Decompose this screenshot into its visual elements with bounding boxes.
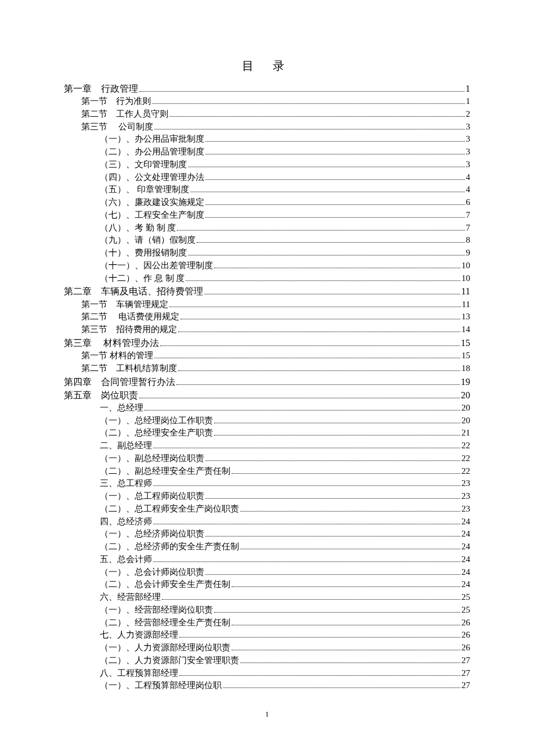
toc-entry-label: （一）、经营部经理岗位职责: [100, 604, 213, 617]
toc-entry-page: 26: [461, 617, 470, 629]
toc-entry-label: 七、人力资源部经理: [100, 629, 178, 642]
toc-leader-dots: [204, 287, 460, 295]
toc-leader-dots: [190, 185, 465, 192]
toc-entry: （一）、总会计师岗位职责24: [64, 566, 470, 579]
toc-entry-label: （二）、总经理安全生产职责: [100, 427, 213, 440]
toc-entry: （二）、总经济师的安全生产责任制24: [64, 541, 470, 553]
toc-entry-label: （二）、总工程师安全生产岗位职责: [100, 503, 239, 516]
toc-entry-label: 第三节 公司制度: [81, 121, 153, 134]
toc-entry-label: 四、总经济师: [100, 516, 152, 528]
toc-leader-dots: [139, 391, 460, 398]
toc-entry-page: 2: [466, 108, 471, 121]
toc-entry: 七、人力资源部经理26: [64, 629, 470, 642]
toc-entry-page: 23: [461, 477, 470, 490]
toc-leader-dots: [240, 505, 460, 512]
toc-entry-label: （一）、副总经理岗位职责: [100, 452, 204, 465]
toc-entry-page: 3: [466, 146, 471, 159]
toc-leader-dots: [179, 631, 460, 638]
toc-leader-dots: [205, 530, 460, 537]
toc-entry-page: 11: [461, 285, 470, 298]
toc-entry-page: 6: [466, 196, 471, 209]
toc-entry: （一）、人力资源部经理岗位职责26: [64, 642, 470, 654]
toc-entry-page: 7: [466, 209, 471, 222]
toc-leader-dots: [197, 236, 465, 243]
toc-entry: 第二节 工作人员守则2: [64, 108, 470, 121]
toc-entry-label: 第一节 行为准则: [81, 95, 151, 108]
toc-entry-label: （二）、人力资源部门安全管理职责: [100, 654, 239, 667]
toc-entry-label: （一）、总会计师岗位职责: [100, 566, 204, 579]
toc-entry: （十）、费用报销制度9: [64, 247, 470, 260]
toc-entry-page: 27: [461, 667, 470, 680]
toc-leader-dots: [205, 173, 465, 180]
toc-entry-page: 13: [461, 311, 470, 323]
toc-entry: 第一节 行为准则1: [64, 95, 470, 108]
toc-leader-dots: [205, 147, 465, 154]
toc-leader-dots: [186, 274, 460, 281]
toc-entry-label: （六）、廉政建设实施规定: [100, 196, 204, 209]
toc-leader-dots: [178, 325, 460, 332]
toc-entry: 第二节 工料机结算制度18: [64, 362, 470, 375]
toc-entry: 一、总经理20: [64, 402, 470, 415]
toc-leader-dots: [240, 656, 460, 663]
toc-entry: 第二节 电话费使用规定13: [64, 311, 470, 323]
toc-leader-dots: [152, 97, 465, 104]
toc-entry-label: （一）、办公用品审批制度: [100, 133, 204, 146]
toc-entry: 八、工程预算部经理27: [64, 667, 470, 680]
toc-entry: 六、经营部经理25: [64, 591, 470, 604]
toc-leader-dots: [154, 351, 460, 358]
toc-leader-dots: [169, 110, 465, 117]
toc-entry-label: 八、工程预算部经理: [100, 667, 178, 680]
toc-entry-page: 1: [466, 95, 471, 108]
toc-entry-page: 26: [461, 642, 470, 654]
toc-entry-label: （十一）、因公出差管理制度: [100, 260, 213, 272]
toc-entry-label: 第四章 合同管理暂行办法: [64, 375, 175, 388]
toc-entry-page: 24: [461, 528, 470, 541]
toc-entry: 第一节 车辆管理规定11: [64, 298, 470, 311]
toc-entry: （二）、人力资源部门安全管理职责27: [64, 654, 470, 667]
toc-entry-page: 20: [461, 415, 470, 427]
toc-entry-page: 23: [461, 503, 470, 516]
toc-entry-page: 3: [466, 159, 471, 171]
toc-leader-dots: [154, 123, 465, 129]
toc-entry-label: （十）、费用报销制度: [100, 247, 187, 260]
toc-entry: 二、副总经理22: [64, 440, 470, 452]
toc-leader-dots: [139, 84, 464, 92]
toc-leader-dots: [145, 404, 460, 411]
toc-entry-page: 27: [461, 679, 470, 692]
toc-entry-label: 五、总会计师: [100, 553, 152, 566]
toc-entry-label: 第三章 材料管理办法: [64, 336, 159, 350]
toc-entry-page: 22: [461, 440, 470, 452]
toc-entry: （七）、工程安全生产制度7: [64, 209, 470, 222]
toc-entry: 第四章 合同管理暂行办法19: [64, 375, 470, 388]
toc-entry: 第三节 公司制度3: [64, 121, 470, 134]
toc-leader-dots: [232, 580, 460, 587]
toc-entry-label: （二）、办公用品管理制度: [100, 146, 204, 159]
toc-leader-dots: [205, 492, 460, 499]
toc-entry-label: 二、副总经理: [100, 440, 152, 452]
toc-entry-label: （二）、副总经理安全生产责任制: [100, 465, 230, 478]
toc-entry: （四）、公文处理管理办法4: [64, 171, 470, 184]
toc-entry: 五、总会计师24: [64, 553, 470, 566]
toc-leader-dots: [232, 618, 460, 625]
toc-leader-dots: [176, 377, 460, 385]
toc-entry-label: （一）、总经理岗位工作职责: [100, 415, 213, 427]
toc-entry-page: 20: [461, 388, 470, 402]
toc-entry-page: 4: [466, 183, 471, 196]
toc-entry: （八）、考 勤 制 度7: [64, 222, 470, 235]
toc-entry: （二）、办公用品管理制度3: [64, 146, 470, 159]
toc-leader-dots: [188, 249, 465, 255]
toc-entry-label: （十二）、作 息 制 度: [100, 272, 185, 285]
toc-entry-page: 7: [466, 222, 471, 235]
toc-leader-dots: [214, 261, 460, 268]
toc-entry-page: 22: [461, 465, 470, 478]
toc-leader-dots: [205, 454, 460, 461]
toc-entry-label: （二）、总会计师安全生产责任制: [100, 578, 230, 591]
toc-leader-dots: [153, 441, 460, 448]
toc-entry: （二）、总工程师安全生产岗位职责23: [64, 503, 470, 516]
toc-entry-label: （一）、人力资源部经理岗位职责: [100, 642, 230, 654]
toc-entry-label: （一）、总经济师岗位职责: [100, 528, 204, 541]
toc-entry-page: 24: [461, 541, 470, 553]
toc-entry-page: 26: [461, 629, 470, 642]
toc-entry-page: 3: [466, 121, 471, 134]
toc-entry-page: 23: [461, 490, 470, 503]
